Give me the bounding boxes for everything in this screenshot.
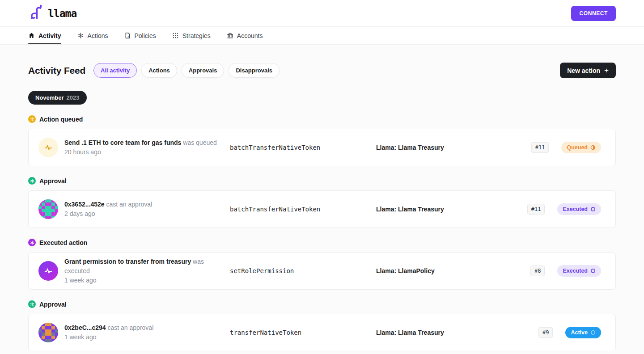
function-name: batchTransferNativeToken <box>230 206 376 213</box>
main-nav: Activity Actions Policies Strategies Acc… <box>0 27 644 45</box>
activity-title: Send .1 ETH to core team for gas funds <box>64 139 181 146</box>
section-header: Approval <box>28 300 616 308</box>
filter-actions[interactable]: Actions <box>141 63 177 78</box>
status-label: Executed <box>563 206 588 212</box>
tab-label: Policies <box>135 32 156 39</box>
action-pulse-icon <box>38 261 58 281</box>
section-label: Executed action <box>39 239 87 246</box>
activity-card[interactable]: 0x2beC...c294 cast an approval 1 week ag… <box>28 314 616 351</box>
section-approval-2: Approval <box>28 300 616 351</box>
plus-icon: + <box>604 67 609 74</box>
activity-row: 0x3652...452e cast an approval 2 days ag… <box>29 191 615 228</box>
status-label: Active <box>571 329 588 336</box>
status-label: Queued <box>567 144 588 151</box>
section-label: Approval <box>39 177 67 185</box>
section-label: Approval <box>39 301 67 308</box>
function-name: setRolePermission <box>230 267 376 274</box>
filter-disapprovals[interactable]: Disapprovals <box>229 63 280 78</box>
action-id-badge: #11 <box>527 204 545 215</box>
activity-suffix: cast an approval <box>108 324 154 331</box>
activity-time: 1 week ago <box>64 333 153 342</box>
section-header: Action queued <box>28 115 616 123</box>
action-id-badge: #9 <box>538 327 553 338</box>
activity-row: 0x2beC...c294 cast an approval 1 week ag… <box>29 314 615 351</box>
tab-policies[interactable]: Policies <box>124 27 156 44</box>
filter-pills: All activity Actions Approvals Disapprov… <box>93 63 280 78</box>
account-name: Llama: Llama Treasury <box>376 329 538 336</box>
dot-grid-icon <box>172 32 179 39</box>
activity-card[interactable]: Grant permission to transfer from treasu… <box>28 252 616 290</box>
tab-label: Actions <box>88 32 108 39</box>
document-icon <box>124 32 131 39</box>
status-badge: Queued <box>561 142 601 153</box>
section-approval-1: Approval <box>28 177 616 228</box>
activity-time: 2 days ago <box>64 209 152 219</box>
wallet-address: 0x3652...452e <box>64 201 105 208</box>
section-label: Action queued <box>39 116 83 123</box>
new-action-label: New action <box>567 67 600 74</box>
feed-header: Activity Feed All activity Actions Appro… <box>28 63 616 78</box>
tab-activity[interactable]: Activity <box>28 27 61 44</box>
activity-card[interactable]: 0x3652...452e cast an approval 2 days ag… <box>28 190 616 228</box>
section-action-queued: Action queued Send .1 ETH to core team f… <box>28 115 616 166</box>
function-name: transferNativeToken <box>230 329 376 336</box>
tab-accounts[interactable]: Accounts <box>227 27 263 44</box>
status-badge: Executed <box>557 203 601 215</box>
tab-strategies[interactable]: Strategies <box>172 27 211 44</box>
date-pill: November 2023 <box>28 91 87 105</box>
activity-feed-page: Activity Feed All activity Actions Appro… <box>0 45 644 354</box>
activity-suffix: was queued <box>183 139 217 146</box>
activity-time: 20 hours ago <box>64 148 217 157</box>
llama-logo[interactable]: llama <box>28 4 76 22</box>
tab-actions[interactable]: Actions <box>77 27 108 44</box>
executed-ring-icon <box>590 206 596 212</box>
account-name: Llama: Llama Treasury <box>376 206 527 213</box>
status-badge: Executed <box>557 265 601 277</box>
wallet-avatar <box>38 199 58 219</box>
status-label: Executed <box>563 268 588 274</box>
home-icon <box>28 32 35 39</box>
account-name: Llama: Llama Treasury <box>376 144 531 151</box>
tab-label: Strategies <box>182 32 211 39</box>
activity-title: Grant permission to transfer from treasu… <box>64 258 191 265</box>
activity-time: 1 week ago <box>64 276 230 285</box>
executed-ring-icon <box>590 268 596 274</box>
action-id-badge: #11 <box>531 142 549 153</box>
connect-button[interactable]: CONNECT <box>571 6 616 21</box>
new-action-button[interactable]: New action + <box>560 63 616 78</box>
tab-label: Accounts <box>237 32 263 39</box>
page-title: Activity Feed <box>28 65 85 76</box>
llama-logo-icon <box>28 4 44 22</box>
activity-card[interactable]: Send .1 ETH to core team for gas funds w… <box>28 129 616 166</box>
wallet-address: 0x2beC...c294 <box>64 324 106 331</box>
asterisk-badge-purple-icon <box>28 239 36 246</box>
section-executed-action: Executed action Grant permission to tran… <box>28 239 616 290</box>
filter-approvals[interactable]: Approvals <box>182 63 225 78</box>
action-pulse-icon <box>38 138 58 157</box>
app-header: llama CONNECT <box>0 0 644 27</box>
status-badge: Active <box>565 327 601 338</box>
function-name: batchTransferNativeToken <box>230 144 376 151</box>
activity-row: Send .1 ETH to core team for gas funds w… <box>29 129 615 166</box>
asterisk-icon <box>77 32 84 39</box>
bank-icon <box>227 32 233 39</box>
filter-all-activity[interactable]: All activity <box>93 63 137 78</box>
wallet-avatar <box>38 323 58 342</box>
asterisk-badge-green-icon <box>28 177 36 185</box>
section-header: Executed action <box>28 239 616 246</box>
activity-suffix: cast an approval <box>106 201 152 208</box>
logo-wordmark: llama <box>48 8 76 19</box>
date-month: November <box>35 94 64 101</box>
account-name: Llama: LlamaPolicy <box>376 267 530 274</box>
tab-label: Activity <box>38 32 61 39</box>
date-year: 2023 <box>67 94 80 101</box>
asterisk-badge-amber-icon <box>28 115 36 123</box>
active-ring-icon <box>590 330 596 335</box>
asterisk-badge-green-icon <box>28 300 36 308</box>
section-header: Approval <box>28 177 616 185</box>
action-id-badge: #8 <box>530 266 545 276</box>
activity-row: Grant permission to transfer from treasu… <box>29 253 615 289</box>
queued-clock-icon <box>590 145 596 150</box>
